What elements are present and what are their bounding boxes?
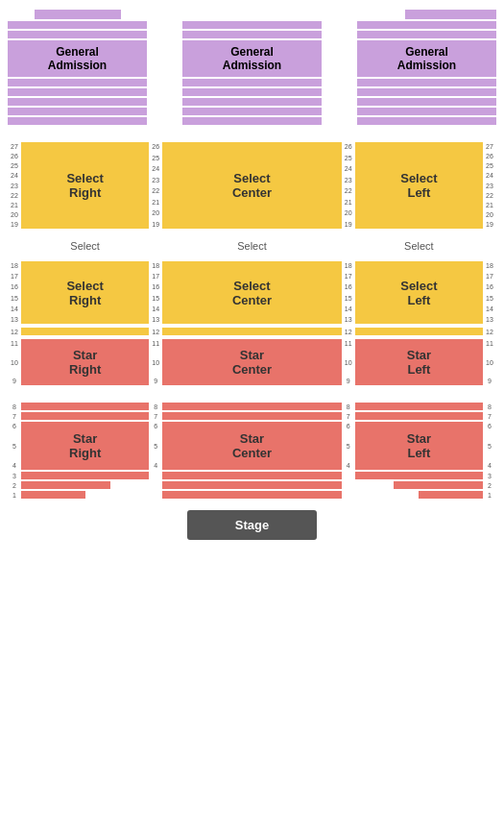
lower-star-main: 6 5 4 StarRight 6 5 4 StarCenter 6 5 4 S… — [8, 422, 496, 470]
star-center-upper-label: StarCenter — [232, 348, 272, 377]
row-nums-center-right-upper: 26 25 24 23 22 21 20 19 — [342, 142, 355, 229]
ga-stripe — [182, 21, 322, 29]
lower-star-row7: 7 7 7 7 — [8, 412, 496, 420]
ga-stripe — [357, 108, 496, 115]
ga-stripe — [8, 108, 147, 115]
ga-stripe — [182, 117, 322, 125]
row-nums-right-star-upper: 11 10 9 — [483, 339, 496, 385]
star-right-upper-label: StarRight — [69, 348, 101, 377]
select-right-mid-label: SelectRight — [66, 279, 103, 307]
ga-stripe — [357, 88, 496, 96]
row-12-center — [162, 328, 342, 335]
mid-select-section: 18 17 16 15 14 13 SelectRight 18 17 16 1… — [8, 261, 496, 324]
row-12-right — [355, 328, 483, 335]
ga-stripe — [8, 21, 147, 29]
upper-star-section: 11 10 9 StarRight 11 10 9 StarCenter 11 … — [8, 339, 496, 385]
select-left-mid-label: SelectLeft — [400, 279, 437, 307]
lower-star-row3: 3 3 — [8, 472, 496, 479]
row-nums-left-upper: 27 26 25 24 23 22 21 20 19 — [8, 142, 21, 229]
ga-stripe — [182, 98, 322, 106]
star-left-lower[interactable]: StarLeft — [355, 422, 483, 470]
row-12-left — [21, 328, 149, 335]
select-left-upper[interactable]: SelectLeft — [355, 142, 483, 229]
row-nums-center-star-upper: 11 10 9 — [149, 339, 162, 385]
star-center-lower[interactable]: StarCenter — [162, 422, 342, 470]
ga-stripe — [357, 21, 496, 29]
select-right-btn-label[interactable]: Select — [70, 240, 100, 252]
ga-left-cap — [35, 10, 121, 19]
select-right-btn-area: Select — [21, 236, 149, 254]
row-nums-left-mid: 18 17 16 15 14 13 — [8, 261, 21, 324]
row-nums-right-upper: 27 26 25 24 23 22 21 20 19 — [483, 142, 496, 229]
row-nums-right-star-lower: 6 5 4 — [483, 422, 496, 470]
row-nums-center-star-lower: 6 5 4 — [149, 422, 162, 470]
lower-star-row2: 2 2 — [8, 481, 496, 489]
ga-stripe — [357, 117, 496, 125]
ga-stripe — [357, 31, 496, 38]
ga-right-cap — [405, 10, 496, 19]
ga-center[interactable]: GeneralAdmission — [182, 10, 322, 125]
ga-stripe — [182, 108, 322, 115]
ga-stripe — [182, 31, 322, 38]
select-center-upper[interactable]: SelectCenter — [162, 142, 342, 229]
star-left-upper-label: StarLeft — [407, 348, 431, 377]
row-nums-right-mid: 18 17 16 15 14 13 — [483, 261, 496, 324]
ga-stripe — [8, 79, 147, 86]
ga-stripe — [8, 98, 147, 106]
star-left-lower-label: StarLeft — [407, 431, 431, 460]
select-left-upper-label: SelectLeft — [400, 171, 437, 200]
ga-stripe — [182, 88, 322, 96]
star-right-lower[interactable]: StarRight — [21, 422, 149, 470]
select-center-upper-label: SelectCenter — [232, 171, 272, 200]
ga-right-stripes: GeneralAdmission — [357, 21, 496, 125]
ga-stripe — [357, 98, 496, 106]
select-left-btn-label[interactable]: Select — [404, 240, 434, 252]
ga-stripe — [8, 31, 147, 38]
select-right-mid[interactable]: SelectRight — [21, 261, 149, 324]
ga-stripe — [8, 117, 147, 125]
select-center-mid[interactable]: SelectCenter — [162, 261, 342, 324]
ga-center-stripes: GeneralAdmission — [182, 21, 322, 125]
row-nums-center-mid: 18 17 16 15 14 13 — [149, 261, 162, 324]
ga-stripe — [357, 79, 496, 86]
lower-star-top-stripes: 8 8 8 8 — [8, 403, 496, 410]
ga-stripe — [8, 88, 147, 96]
ga-center-label: GeneralAdmission — [182, 40, 322, 77]
select-center-mid-label: SelectCenter — [232, 279, 272, 307]
row-nums-left-star-upper: 11 10 9 — [8, 339, 21, 385]
row-nums-left-star-lower: 6 5 4 — [8, 422, 21, 470]
select-buttons-row: Select Select Select — [8, 236, 496, 254]
row-nums-center-right-mid: 18 17 16 15 14 13 — [342, 261, 355, 324]
ga-stripe — [182, 79, 322, 86]
select-right-upper-label: SelectRight — [66, 171, 103, 200]
section-gap — [8, 393, 496, 403]
ga-left-stripes: GeneralAdmission — [8, 21, 147, 125]
select-right-upper[interactable]: SelectRight — [21, 142, 149, 229]
star-left-upper[interactable]: StarLeft — [355, 339, 483, 385]
ga-left-label: GeneralAdmission — [8, 40, 147, 77]
star-center-lower-label: StarCenter — [232, 431, 272, 460]
select-left-mid[interactable]: SelectLeft — [355, 261, 483, 324]
general-admission-row: GeneralAdmission GeneralAdmission — [8, 10, 496, 125]
ga-right[interactable]: GeneralAdmission — [357, 10, 496, 125]
select-center-btn-area: Select — [162, 236, 342, 254]
lower-star-section: 8 8 8 8 7 7 7 7 6 5 4 StarRight — [8, 403, 496, 499]
star-right-lower-label: StarRight — [69, 431, 101, 460]
row-12-divider: 12 12 12 12 — [8, 328, 496, 335]
stage-label: Stage — [187, 510, 317, 540]
stage-area: Stage — [8, 510, 496, 540]
lower-star-row1: 1 1 — [8, 491, 496, 499]
star-right-upper[interactable]: StarRight — [21, 339, 149, 385]
star-center-upper[interactable]: StarCenter — [162, 339, 342, 385]
upper-select-section: 27 26 25 24 23 22 21 20 19 SelectRight 2… — [8, 142, 496, 229]
row-nums-center-right-star-upper: 11 10 9 — [342, 339, 355, 385]
row-nums-center-right-star-lower: 6 5 4 — [342, 422, 355, 470]
row-nums-center-upper: 26 25 24 23 22 21 20 19 — [149, 142, 162, 229]
select-left-btn-area: Select — [355, 236, 483, 254]
venue-map: GeneralAdmission GeneralAdmission — [0, 0, 504, 550]
ga-right-label: GeneralAdmission — [357, 40, 496, 77]
select-center-btn-label[interactable]: Select — [237, 240, 267, 252]
ga-left[interactable]: GeneralAdmission — [8, 10, 147, 125]
